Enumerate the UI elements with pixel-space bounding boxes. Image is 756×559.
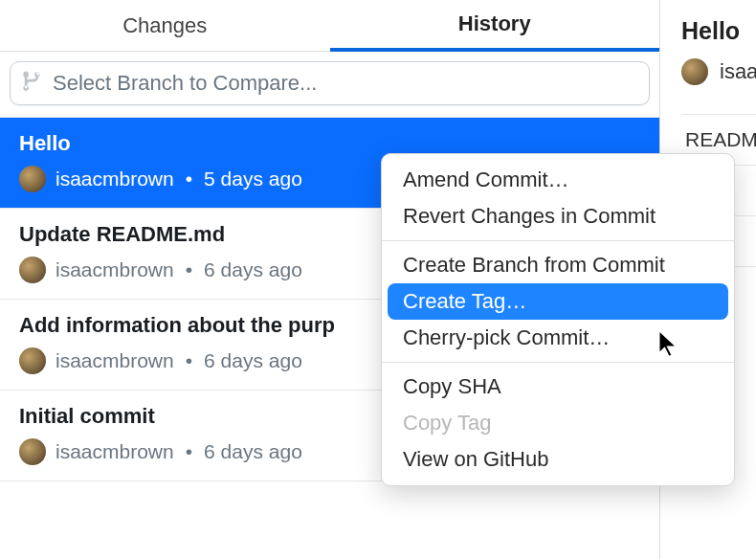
menu-copy-sha[interactable]: Copy SHA [382, 369, 734, 405]
menu-revert-changes[interactable]: Revert Changes in Commit [382, 198, 734, 235]
avatar [19, 438, 46, 465]
tab-changes-label: Changes [122, 13, 207, 38]
branch-compare-selector[interactable]: Select Branch to Compare... [10, 61, 650, 105]
menu-copy-tag: Copy Tag [382, 405, 734, 441]
menu-view-github[interactable]: View on GitHub [382, 441, 734, 478]
avatar [19, 166, 46, 192]
avatar [681, 58, 708, 85]
tab-history[interactable]: History [330, 0, 660, 52]
detail-author-name: isaa [720, 59, 756, 84]
commit-time: 6 days ago [204, 349, 302, 372]
git-branch-icon [22, 70, 43, 97]
commit-author: isaacmbrown [56, 440, 174, 463]
avatar [19, 257, 46, 283]
tabs: Changes History [0, 0, 659, 52]
context-menu: Amend Commit… Revert Changes in Commit C… [381, 153, 735, 486]
avatar [19, 347, 46, 374]
detail-title: Hello [681, 17, 756, 45]
menu-cherry-pick[interactable]: Cherry-pick Commit… [382, 320, 734, 356]
commit-time: 5 days ago [204, 168, 302, 190]
tab-changes[interactable]: Changes [0, 0, 330, 52]
branch-compare-placeholder: Select Branch to Compare... [53, 71, 317, 96]
menu-create-tag[interactable]: Create Tag… [388, 283, 728, 320]
menu-amend-commit[interactable]: Amend Commit… [382, 162, 734, 198]
commit-time: 6 days ago [204, 258, 302, 281]
menu-separator [382, 362, 734, 363]
commit-time: 6 days ago [204, 440, 302, 463]
tab-history-label: History [458, 11, 531, 36]
commit-author: isaacmbrown [56, 349, 174, 372]
menu-create-branch[interactable]: Create Branch from Commit [382, 247, 734, 283]
detail-author: isaa [681, 58, 756, 85]
commit-author: isaacmbrown [56, 168, 174, 190]
commit-author: isaacmbrown [56, 258, 174, 281]
menu-separator [382, 240, 734, 241]
